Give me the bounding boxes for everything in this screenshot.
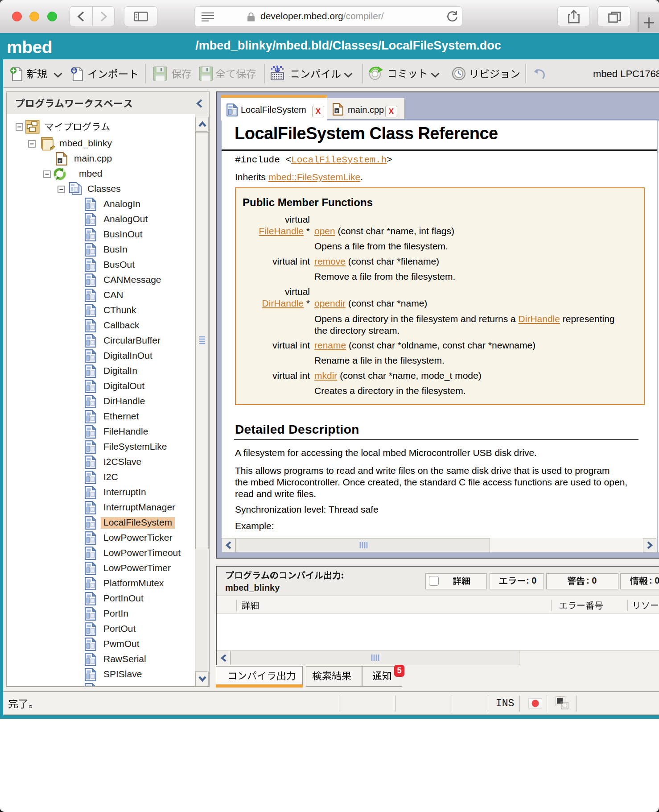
svg-text:c: c (58, 158, 62, 164)
svg-text:c: c (335, 108, 338, 114)
